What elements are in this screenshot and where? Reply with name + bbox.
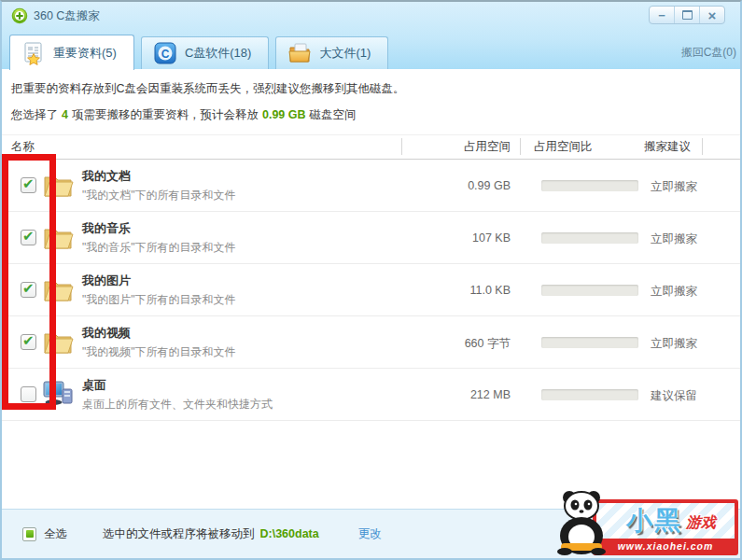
row-description: "我的音乐"下所有的目录和文件 [82, 240, 236, 256]
space-ratio-bar [541, 389, 638, 400]
summary-part1: 您选择了 [11, 108, 58, 121]
row-checkbox[interactable] [21, 334, 36, 350]
minimize-button[interactable]: − [650, 7, 674, 23]
notice-text: 把重要的资料存放到C盘会因重装系统而丢失，强烈建议您搬移到其他磁盘。 [2, 69, 740, 97]
watermark: 小黑 游戏 www.xiaohei.com [553, 484, 738, 555]
panda-icon [553, 484, 611, 555]
row-size: 660 字节 [401, 336, 511, 352]
change-destination-link[interactable]: 更改 [358, 526, 382, 542]
watermark-brand-part2: 游戏 [686, 513, 716, 533]
column-header-ratio[interactable]: 占用空间比 [534, 139, 593, 155]
c-drive-software-icon: C [153, 41, 177, 65]
column-divider [401, 138, 402, 155]
watermark-url: www.xiaohei.com [596, 539, 735, 553]
row-checkbox[interactable] [21, 230, 36, 245]
desktop-icon [41, 378, 75, 410]
row-description: "我的视频"下所有的目录和文件 [82, 344, 236, 360]
row-size: 0.99 GB [401, 179, 511, 192]
row-advice: 立即搬家 [651, 231, 697, 247]
folder-icon [41, 221, 75, 253]
table-row[interactable]: 我的图片 "我的图片"下所有的目录和文件 11.0 KB 立即搬家 [2, 264, 740, 316]
tab-important-data[interactable]: 重要资料(5) [9, 35, 134, 70]
maximize-icon [682, 10, 693, 20]
space-ratio-bar [541, 232, 638, 244]
summary-part3: 磁盘空间 [310, 108, 357, 121]
row-title: 我的图片 [82, 273, 131, 289]
row-checkbox[interactable] [21, 386, 36, 402]
row-advice: 立即搬家 [651, 179, 697, 195]
watermark-brand-part1: 小黑 [626, 503, 682, 539]
row-description: "我的文档"下的所有目录和文件 [82, 188, 236, 203]
column-header-name[interactable]: 名称 [11, 139, 35, 155]
row-advice: 立即搬家 [651, 336, 697, 352]
watermark-brand: 小黑 游戏 [596, 503, 735, 539]
row-title: 我的视频 [82, 325, 131, 342]
tab-bar: 重要资料(5) C C盘软件(18) [9, 30, 733, 69]
row-title: 我的文档 [82, 168, 131, 185]
selection-summary: 您选择了4项需要搬移的重要资料，预计会释放0.99 GB磁盘空间 [2, 97, 740, 134]
selected-count: 4 [62, 108, 68, 121]
folder-icon [41, 326, 75, 357]
column-divider [520, 138, 521, 155]
watermark-box: 小黑 游戏 www.xiaohei.com [593, 499, 738, 555]
window-title: 360 C盘搬家 [34, 2, 100, 30]
tab-label: 大文件(1) [319, 45, 371, 62]
row-size: 11.0 KB [401, 284, 511, 297]
column-divider [702, 138, 703, 155]
table-row[interactable]: 我的音乐 "我的音乐"下所有的目录和文件 107 KB 立即搬家 [2, 212, 740, 264]
svg-text:C: C [161, 48, 170, 61]
row-description: "我的图片"下所有的目录和文件 [82, 292, 236, 308]
row-advice: 建议保留 [651, 388, 697, 404]
main-content: 把重要的资料存放到C盘会因重装系统而丢失，强烈建议您搬移到其他磁盘。 您选择了4… [2, 69, 740, 508]
table-row[interactable]: 桌面 桌面上的所有文件、文件夹和快捷方式 212 MB 建议保留 [2, 369, 740, 421]
summary-part2: 项需要搬移的重要资料，预计会释放 [72, 108, 259, 121]
row-checkbox[interactable] [21, 282, 36, 298]
row-description: 桌面上的所有文件、文件夹和快捷方式 [82, 397, 273, 413]
move-back-to-c-link[interactable]: 搬回C盘(0) [681, 45, 736, 61]
titlebar: 360 C盘搬家 − × [2, 2, 740, 30]
tab-label: 重要资料(5) [53, 45, 117, 62]
checkbox-indeterminate-mark [26, 530, 34, 538]
row-size: 107 KB [401, 231, 511, 245]
close-button[interactable]: × [699, 7, 724, 23]
space-ratio-bar [541, 337, 638, 348]
row-title: 桌面 [82, 377, 106, 394]
destination-path: D:\360data [260, 527, 319, 540]
folder-icon [41, 273, 75, 305]
select-all-checkbox[interactable] [22, 527, 36, 541]
table-row[interactable]: 我的文档 "我的文档"下的所有目录和文件 0.99 GB 立即搬家 [2, 160, 740, 212]
free-size: 0.99 GB [262, 108, 306, 121]
tab-c-drive-software[interactable]: C C盘软件(18) [141, 36, 270, 69]
app-logo-icon [11, 7, 28, 24]
tab-label: C盘软件(18) [185, 45, 252, 62]
tab-big-files[interactable]: 大文件(1) [275, 36, 388, 69]
big-folder-icon [287, 41, 312, 65]
maximize-button[interactable] [674, 7, 699, 23]
row-advice: 立即搬家 [651, 284, 697, 300]
row-size: 212 MB [401, 388, 511, 401]
table-row[interactable]: 我的视频 "我的视频"下所有的目录和文件 660 字节 立即搬家 [2, 316, 740, 369]
row-title: 我的音乐 [82, 220, 131, 237]
app-window: 360 C盘搬家 − × 重要资料(5) [0, 0, 742, 560]
row-checkbox[interactable] [21, 177, 36, 193]
table-header: 名称 占用空间 占用空间比 搬家建议 [2, 134, 740, 160]
window-controls: − × [649, 6, 725, 24]
column-header-advice[interactable]: 搬家建议 [644, 139, 691, 155]
space-ratio-bar [541, 180, 638, 191]
select-all-label[interactable]: 全选 [44, 526, 67, 542]
document-star-icon [21, 41, 46, 65]
space-ratio-bar [541, 285, 638, 296]
folder-icon [41, 169, 75, 201]
destination-text: 选中的文件或程序将被移动到 [103, 526, 255, 542]
header: 360 C盘搬家 − × 重要资料(5) [2, 2, 740, 70]
column-header-size[interactable]: 占用空间 [464, 139, 511, 155]
